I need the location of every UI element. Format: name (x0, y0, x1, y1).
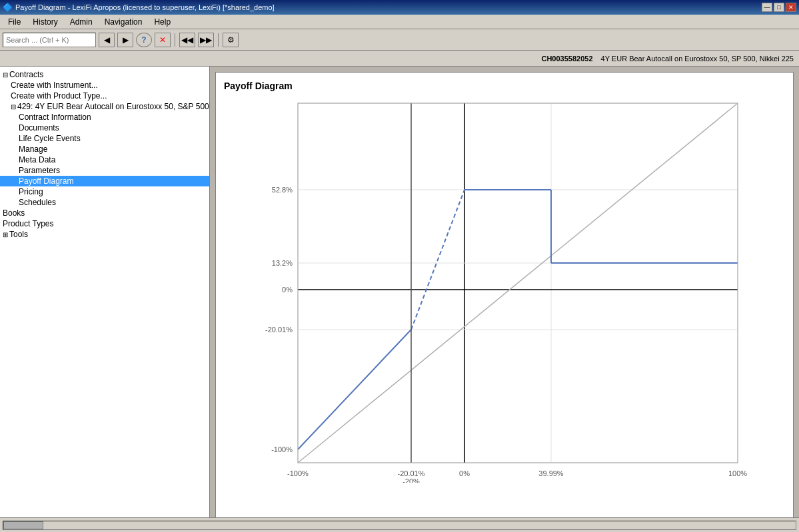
svg-text:-20.01%: -20.01% (398, 469, 425, 477)
tree-schedules[interactable]: Schedules (0, 197, 209, 208)
svg-text:-20.01%: -20.01% (265, 326, 293, 334)
content-area: Payoff Diagram (210, 67, 799, 517)
svg-text:13.2%: 13.2% (272, 259, 293, 267)
left-panel: ⊟ Contracts Create with Instrument... Cr… (0, 67, 210, 517)
tree-metadata[interactable]: Meta Data (0, 154, 209, 165)
title-bar-controls: — □ ✕ (762, 3, 796, 12)
title-text: Payoff Diagram - LexiFi Apropos (license… (15, 3, 275, 11)
tree-tools[interactable]: ⊞ Tools (0, 229, 209, 240)
search-input[interactable] (6, 36, 93, 44)
menu-bar: File History Admin Navigation Help (0, 15, 799, 29)
svg-text:-20%: -20% (402, 477, 420, 483)
tree-metadata-label: Meta Data (19, 155, 55, 164)
toolbar: ◀ ▶ ? ✕ ◀◀ ▶▶ ⚙ (0, 29, 799, 51)
minimize-button[interactable]: — (762, 3, 772, 12)
info-bar: CH0035582052 4Y EUR Bear Autocall on Eur… (0, 51, 799, 67)
search-box[interactable] (3, 33, 96, 47)
tree-contracts[interactable]: ⊟ Contracts (0, 69, 209, 80)
svg-text:-100%: -100% (287, 469, 309, 477)
tree-documents-label: Documents (19, 123, 59, 133)
settings-button[interactable]: ⚙ (223, 33, 239, 47)
svg-text:-100%: -100% (271, 445, 293, 453)
tree-contract-429-label: 429: 4Y EUR Bear Autocall on Eurostoxx 5… (17, 102, 210, 111)
status-bar (0, 517, 799, 532)
svg-text:100%: 100% (728, 469, 747, 477)
contract-name: 4Y EUR Bear Autocall on Eurostoxx 50, SP… (601, 55, 794, 63)
tree-documents[interactable]: Documents (0, 123, 209, 133)
main-layout: ⊟ Contracts Create with Instrument... Cr… (0, 67, 799, 517)
svg-text:0%: 0% (282, 286, 293, 294)
tree-books-label: Books (3, 208, 25, 218)
tree-product-types-label: Product Types (3, 219, 54, 228)
help-button[interactable]: ? (136, 33, 152, 47)
tree-payoff-diagram-label: Payoff Diagram (19, 176, 73, 186)
tree-payoff-diagram[interactable]: Payoff Diagram (0, 176, 209, 186)
close-button[interactable]: ✕ (786, 3, 796, 12)
tree-create-instrument-label: Create with Instrument... (11, 81, 98, 90)
tree-contracts-label: Contracts (9, 70, 43, 79)
toolbar-separator (175, 33, 175, 47)
tree-contract-info[interactable]: Contract Information (0, 112, 209, 123)
tree-parameters[interactable]: Parameters (0, 165, 209, 176)
tree-lifecycle[interactable]: Life Cycle Events (0, 133, 209, 144)
app-icon: 🔷 (3, 3, 13, 12)
menu-help[interactable]: Help (149, 16, 176, 28)
tree-manage-label: Manage (19, 144, 47, 154)
menu-navigation[interactable]: Navigation (99, 16, 148, 28)
maximize-button[interactable]: □ (774, 3, 784, 12)
tree-schedules-label: Schedules (19, 198, 56, 207)
diagram-title: Payoff Diagram (224, 81, 785, 91)
forward-button[interactable]: ▶ (117, 33, 133, 47)
back-button[interactable]: ◀ (99, 33, 115, 47)
tree-lifecycle-label: Life Cycle Events (19, 134, 81, 143)
expand-tools-icon: ⊞ (3, 231, 8, 238)
menu-history[interactable]: History (27, 16, 63, 28)
tree-books[interactable]: Books (0, 208, 209, 218)
tree-parameters-label: Parameters (19, 166, 60, 175)
payoff-chart: Barrier 52.8% 13.2% 0% -20.01% -100% -10… (258, 97, 751, 483)
title-bar-left: 🔷 Payoff Diagram - LexiFi Apropos (licen… (3, 3, 275, 12)
contract-id: CH0035582052 (541, 55, 592, 63)
toolbar-separator-2 (218, 33, 219, 47)
tree-pricing[interactable]: Pricing (0, 186, 209, 197)
tree-tools-label: Tools (9, 230, 28, 239)
svg-text:39.99%: 39.99% (538, 469, 564, 477)
next-button[interactable]: ▶▶ (198, 33, 214, 47)
menu-admin[interactable]: Admin (65, 16, 98, 28)
tree-product-types[interactable]: Product Types (0, 218, 209, 229)
tree-create-instrument[interactable]: Create with Instrument... (0, 80, 209, 91)
tree-pricing-label: Pricing (19, 187, 43, 196)
svg-text:0%: 0% (459, 469, 470, 477)
prev-button[interactable]: ◀◀ (179, 33, 195, 47)
cancel-button[interactable]: ✕ (155, 33, 171, 47)
expand-429-icon: ⊟ (11, 103, 16, 111)
svg-text:52.8%: 52.8% (272, 186, 293, 194)
menu-file[interactable]: File (3, 16, 26, 28)
horizontal-scrollbar[interactable] (3, 521, 796, 530)
diagram-container: Payoff Diagram (215, 72, 794, 517)
tree-contract-429[interactable]: ⊟ 429: 4Y EUR Bear Autocall on Eurostoxx… (0, 101, 209, 112)
title-bar: 🔷 Payoff Diagram - LexiFi Apropos (licen… (0, 0, 799, 15)
tree-create-product[interactable]: Create with Product Type... (0, 91, 209, 101)
expand-contracts-icon: ⊟ (3, 71, 8, 79)
tree-manage[interactable]: Manage (0, 144, 209, 154)
tree-contract-info-label: Contract Information (19, 113, 91, 122)
tree-create-product-label: Create with Product Type... (11, 91, 107, 101)
